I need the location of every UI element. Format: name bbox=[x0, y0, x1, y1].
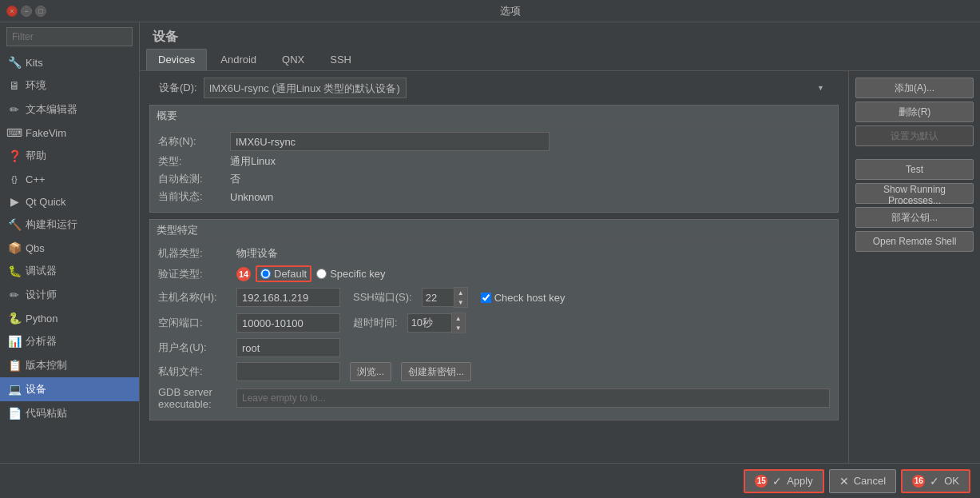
sidebar: 🔧 Kits 🖥 环境 ✏ 文本编辑器 ⌨ FakeVim ❓ 帮助 {} C+ bbox=[0, 22, 140, 463]
name-row: 名称(N): bbox=[158, 132, 830, 151]
gdb-label: GDB server executable: bbox=[158, 386, 230, 410]
ok-button[interactable]: 16 ✓ OK bbox=[901, 469, 970, 493]
auth-specific-text: Specific key bbox=[330, 268, 385, 280]
remote-shell-button[interactable]: Open Remote Shell bbox=[855, 231, 974, 252]
sidebar-item-clipboard[interactable]: 📄 代码粘贴 bbox=[0, 401, 139, 425]
filter-input[interactable] bbox=[6, 27, 133, 46]
auth-type-row: 验证类型: 14 Default Specific key bbox=[158, 265, 830, 282]
sidebar-item-label: Qt Quick bbox=[26, 196, 66, 208]
sidebar-item-texteditor[interactable]: ✏ 文本编辑器 bbox=[0, 98, 139, 122]
summary-title: 概要 bbox=[150, 106, 838, 127]
auto-value: 否 bbox=[230, 172, 240, 186]
username-input[interactable] bbox=[236, 338, 340, 357]
tab-android[interactable]: Android bbox=[208, 49, 268, 70]
versioncontrol-icon: 📋 bbox=[8, 359, 21, 372]
private-key-input[interactable] bbox=[236, 362, 340, 381]
main-container: 🔧 Kits 🖥 环境 ✏ 文本编辑器 ⌨ FakeVim ❓ 帮助 {} C+ bbox=[0, 22, 980, 463]
name-label: 名称(N): bbox=[158, 134, 230, 149]
timeout-spinner: ▲ ▼ bbox=[407, 313, 466, 333]
check-host-key-label[interactable]: Check host key bbox=[481, 292, 565, 304]
check-host-key-checkbox[interactable] bbox=[481, 293, 491, 303]
timeout-input[interactable] bbox=[407, 313, 451, 333]
maximize-button[interactable]: □ bbox=[35, 6, 46, 17]
cancel-icon: ✕ bbox=[839, 475, 849, 488]
sidebar-item-help[interactable]: ❓ 帮助 bbox=[0, 144, 139, 168]
sidebar-item-qtquick[interactable]: ▶ Qt Quick bbox=[0, 190, 139, 213]
auth-default-radio[interactable] bbox=[260, 269, 271, 279]
apply-button[interactable]: 15 ✓ Apply bbox=[744, 469, 824, 493]
content-area: 设备 Devices Android QNX SSH 设备(D): IMX6U-… bbox=[140, 22, 980, 463]
close-button[interactable]: × bbox=[6, 6, 18, 17]
sidebar-item-label: C++ bbox=[26, 173, 46, 185]
free-port-input[interactable] bbox=[236, 313, 340, 333]
sidebar-item-buildrun[interactable]: 🔨 构建和运行 bbox=[0, 213, 139, 237]
window-title: 选项 bbox=[46, 4, 974, 18]
ok-icon: ✓ bbox=[930, 475, 939, 488]
ssh-port-spinner: ▲ ▼ bbox=[422, 287, 468, 308]
device-select-wrapper[interactable]: IMX6U-rsync (通用Linux 类型的默认设备) bbox=[204, 78, 829, 98]
create-key-button[interactable]: 创建新密钥... bbox=[401, 362, 471, 381]
ok-label: OK bbox=[944, 475, 959, 487]
ssh-port-input[interactable] bbox=[422, 288, 454, 307]
debugger-icon: 🐛 bbox=[8, 265, 21, 277]
texteditor-icon: ✏ bbox=[8, 103, 21, 116]
sidebar-item-label: 构建和运行 bbox=[26, 217, 77, 232]
sidebar-item-python[interactable]: 🐍 Python bbox=[0, 307, 139, 329]
host-row: 主机名称(H): SSH端口(S): ▲ ▼ bbox=[158, 287, 830, 308]
host-input[interactable] bbox=[236, 288, 340, 307]
auth-specific-label[interactable]: Specific key bbox=[316, 268, 385, 280]
device-select[interactable]: IMX6U-rsync (通用Linux 类型的默认设备) bbox=[204, 78, 407, 98]
tab-qnx[interactable]: QNX bbox=[270, 49, 316, 70]
timeout-down[interactable]: ▼ bbox=[452, 323, 465, 333]
gdb-input[interactable] bbox=[236, 388, 830, 408]
machine-type-label: 机器类型: bbox=[158, 246, 230, 261]
right-panel: 添加(A)... 删除(R) 设置为默认 Test Show Running P… bbox=[848, 71, 980, 463]
apply-badge: 15 bbox=[755, 475, 768, 488]
status-label: 当前状态: bbox=[158, 189, 230, 204]
browse-button[interactable]: 浏览... bbox=[350, 362, 391, 381]
kits-icon: 🔧 bbox=[8, 56, 21, 69]
window-controls[interactable]: × − □ bbox=[6, 6, 46, 17]
ssh-port-down[interactable]: ▼ bbox=[454, 297, 467, 307]
minimize-button[interactable]: − bbox=[21, 6, 32, 17]
sidebar-item-cpp[interactable]: {} C++ bbox=[0, 168, 139, 190]
sidebar-item-environment[interactable]: 🖥 环境 bbox=[0, 74, 139, 98]
filter-box[interactable] bbox=[6, 27, 133, 46]
summary-content: 名称(N): 类型: 通用Linux 自动检测: 否 当前状态: bbox=[150, 127, 838, 212]
remove-button[interactable]: 删除(R) bbox=[855, 102, 974, 122]
tab-devices[interactable]: Devices bbox=[146, 49, 207, 70]
sidebar-item-versioncontrol[interactable]: 📋 版本控制 bbox=[0, 353, 139, 377]
sidebar-item-qbs[interactable]: 📦 Qbs bbox=[0, 237, 139, 259]
tab-ssh[interactable]: SSH bbox=[318, 49, 363, 70]
name-input[interactable] bbox=[230, 132, 550, 151]
sidebar-item-label: Qbs bbox=[26, 242, 45, 254]
test-button[interactable]: Test bbox=[855, 159, 974, 180]
add-button[interactable]: 添加(A)... bbox=[855, 78, 974, 98]
sidebar-item-kits[interactable]: 🔧 Kits bbox=[0, 51, 139, 74]
cancel-label: Cancel bbox=[854, 475, 886, 487]
auth-specific-radio[interactable] bbox=[316, 269, 327, 279]
timeout-spinner-buttons: ▲ ▼ bbox=[451, 313, 466, 333]
ssh-port-spinner-buttons: ▲ ▼ bbox=[454, 287, 468, 308]
auth-default-label[interactable]: Default bbox=[256, 265, 311, 282]
sidebar-item-label: 代码粘贴 bbox=[26, 406, 67, 420]
ssh-port-up[interactable]: ▲ bbox=[454, 288, 467, 297]
sidebar-item-debugger[interactable]: 🐛 调试器 bbox=[0, 259, 139, 283]
sidebar-item-fakevim[interactable]: ⌨ FakeVim bbox=[0, 122, 139, 144]
device-label: 设备(D): bbox=[159, 81, 197, 95]
form-area: 设备(D): IMX6U-rsync (通用Linux 类型的默认设备) 概要 … bbox=[140, 71, 848, 463]
sidebar-item-analyzer[interactable]: 📊 分析器 bbox=[0, 329, 139, 353]
sidebar-item-label: 设备 bbox=[26, 382, 46, 396]
help-icon: ❓ bbox=[8, 149, 21, 162]
sidebar-item-devices[interactable]: 💻 设备 bbox=[0, 377, 139, 401]
sidebar-item-label: Kits bbox=[26, 57, 43, 69]
timeout-up[interactable]: ▲ bbox=[452, 313, 465, 323]
devices-icon: 💻 bbox=[8, 383, 21, 396]
type-label: 类型: bbox=[158, 154, 230, 169]
cancel-button[interactable]: ✕ Cancel bbox=[829, 469, 896, 493]
type-value: 通用Linux bbox=[230, 154, 276, 169]
show-processes-button[interactable]: Show Running Processes... bbox=[855, 183, 974, 204]
sidebar-item-designer[interactable]: ✏ 设计师 bbox=[0, 283, 139, 307]
deploy-key-button[interactable]: 部署公钥... bbox=[855, 207, 974, 228]
set-default-button[interactable]: 设置为默认 bbox=[855, 125, 974, 146]
